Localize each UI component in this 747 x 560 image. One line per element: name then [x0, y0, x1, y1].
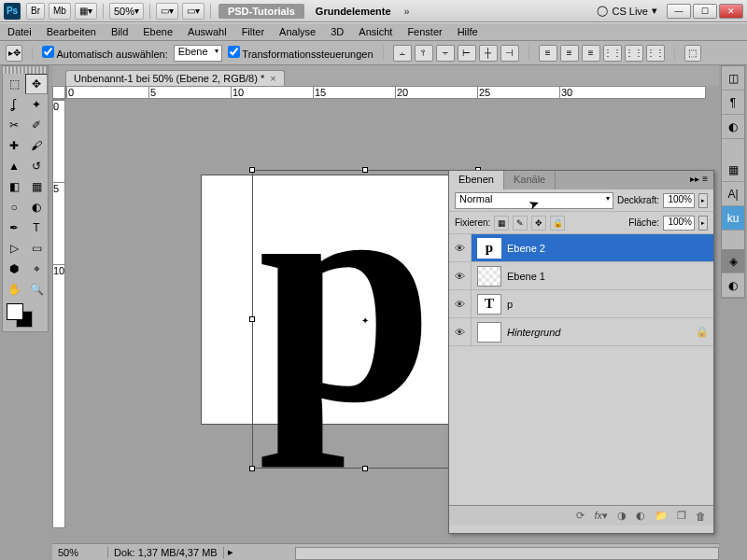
- layer-group-icon[interactable]: 📁: [655, 510, 668, 522]
- lock-transparency-icon[interactable]: ▦: [494, 216, 509, 231]
- move-tool-preset-icon[interactable]: ▸✥: [6, 45, 22, 62]
- minibridge-button[interactable]: Mb: [49, 3, 71, 20]
- cslive-label[interactable]: CS Live: [612, 6, 648, 17]
- window-minimize-button[interactable]: —: [667, 4, 691, 19]
- status-doc-info[interactable]: Dok: 1,37 MB/4,37 MB: [108, 547, 224, 558]
- layer-item[interactable]: 👁 T p: [449, 290, 713, 318]
- eraser-tool[interactable]: ◧: [3, 176, 25, 197]
- layer-name[interactable]: Ebene 1: [507, 271, 713, 282]
- handle-bot-left[interactable]: [249, 466, 255, 471]
- history-brush-tool[interactable]: ↺: [25, 156, 48, 176]
- align-bottom-icon[interactable]: ⫟: [436, 45, 455, 62]
- layer-name[interactable]: Hintergrund: [507, 327, 691, 338]
- transform-controls-checkbox[interactable]: Transformationssteuerungen: [228, 46, 374, 60]
- layout-button[interactable]: ▦▾: [75, 3, 97, 20]
- layer-item[interactable]: 👁 p Ebene 2: [449, 234, 713, 262]
- marquee-tool[interactable]: ⬚: [3, 74, 25, 94]
- window-close-button[interactable]: ✕: [719, 4, 743, 19]
- brush-tool[interactable]: 🖌: [25, 135, 48, 156]
- menu-3d[interactable]: 3D: [331, 26, 344, 37]
- visibility-toggle-icon[interactable]: 👁: [449, 234, 472, 261]
- dist-4-icon[interactable]: ⋮⋮: [603, 45, 622, 62]
- horizontal-scrollbar[interactable]: [295, 547, 719, 560]
- panel-icon-a[interactable]: ◫: [722, 66, 744, 91]
- layer-thumb[interactable]: [477, 322, 501, 343]
- layer-item[interactable]: 👁 Hintergrund 🔒: [449, 318, 713, 346]
- close-tab-icon[interactable]: ×: [270, 73, 275, 84]
- menu-ansicht[interactable]: Ansicht: [359, 26, 392, 37]
- color-swatches[interactable]: [3, 300, 48, 331]
- layer-thumb[interactable]: p: [477, 238, 501, 259]
- auto-select-dropdown[interactable]: Ebene: [174, 45, 222, 62]
- foreground-swatch[interactable]: [7, 303, 23, 320]
- stamp-tool[interactable]: ▲: [3, 156, 25, 176]
- align-left-icon[interactable]: ⊢: [458, 45, 476, 62]
- layer-fx-icon[interactable]: fx▾: [594, 510, 608, 522]
- panel-icon-g[interactable]: ◐: [722, 273, 744, 298]
- fill-input[interactable]: 100%: [663, 216, 695, 231]
- dist-2-icon[interactable]: ≡: [560, 45, 579, 62]
- magic-wand-tool[interactable]: ✦: [25, 94, 48, 115]
- dodge-tool[interactable]: ◐: [25, 197, 48, 217]
- pen-tool[interactable]: ✒: [3, 217, 25, 238]
- bridge-button[interactable]: Br: [26, 3, 45, 20]
- layer-thumb[interactable]: [477, 266, 501, 287]
- panel-icon-layers[interactable]: ◈: [722, 249, 744, 273]
- opacity-spin[interactable]: ▸: [698, 193, 708, 208]
- visibility-toggle-icon[interactable]: 👁: [449, 262, 472, 289]
- align-right-icon[interactable]: ⊣: [500, 45, 519, 62]
- lock-all-icon[interactable]: 🔒: [550, 216, 565, 231]
- panel-icon-d[interactable]: ▦: [722, 158, 744, 182]
- visibility-toggle-icon[interactable]: 👁: [449, 290, 472, 317]
- lasso-tool[interactable]: ʆ: [3, 94, 25, 115]
- zoom-tool[interactable]: 🔍: [25, 279, 48, 300]
- path-select-tool[interactable]: ▷: [3, 238, 25, 259]
- menu-filter[interactable]: Filter: [242, 26, 264, 37]
- menu-fenster[interactable]: Fenster: [407, 26, 442, 37]
- link-layers-icon[interactable]: ⟳: [576, 510, 585, 522]
- tab-kanaele[interactable]: Kanäle: [504, 171, 556, 189]
- new-layer-icon[interactable]: ❐: [677, 510, 686, 522]
- crop-tool[interactable]: ✂: [3, 115, 25, 135]
- gradient-tool[interactable]: ▦: [25, 176, 48, 197]
- layer-item[interactable]: 👁 Ebene 1: [449, 262, 713, 290]
- layer-thumb[interactable]: T: [477, 294, 501, 315]
- handle-bot-mid[interactable]: [362, 466, 368, 471]
- workspace-sub-label[interactable]: Grundelemente: [308, 4, 399, 19]
- blur-tool[interactable]: ○: [3, 197, 25, 217]
- 3d-tool[interactable]: ⬢: [3, 259, 25, 279]
- lock-pixels-icon[interactable]: ✎: [513, 216, 528, 231]
- visibility-toggle-icon[interactable]: 👁: [449, 318, 472, 345]
- panel-icon-b[interactable]: ¶: [722, 91, 744, 115]
- blend-mode-select[interactable]: Normal: [455, 192, 613, 209]
- layer-mask-icon[interactable]: ◑: [617, 510, 627, 522]
- align-hcenter-icon[interactable]: ┼: [479, 45, 498, 62]
- layer-name[interactable]: Ebene 2: [507, 243, 713, 254]
- menu-analyse[interactable]: Analyse: [279, 26, 316, 37]
- document-tab[interactable]: Unbenannt-1 bei 50% (Ebene 2, RGB/8) *×: [65, 70, 285, 86]
- shape-tool[interactable]: ▭: [25, 238, 48, 259]
- menu-bild[interactable]: Bild: [111, 26, 128, 37]
- view-extras-button[interactable]: ▭▾: [156, 3, 178, 20]
- menu-datei[interactable]: Datei: [7, 26, 32, 37]
- menu-bearbeiten[interactable]: Bearbeiten: [47, 26, 96, 37]
- status-zoom[interactable]: 50%: [52, 547, 108, 558]
- screen-mode-button[interactable]: ▭▾: [182, 3, 204, 20]
- eyedropper-tool[interactable]: ✐: [25, 115, 48, 135]
- menu-hilfe[interactable]: Hilfe: [458, 26, 478, 37]
- dist-1-icon[interactable]: ≡: [539, 45, 557, 62]
- handle-mid-left[interactable]: [249, 316, 255, 322]
- panel-icon-c[interactable]: ◐: [722, 115, 744, 139]
- auto-select-checkbox[interactable]: Automatisch auswählen:: [42, 46, 168, 60]
- opacity-input[interactable]: 100%: [663, 193, 695, 208]
- align-top-icon[interactable]: ⫠: [393, 45, 412, 62]
- align-vmid-icon[interactable]: ⫯: [415, 45, 433, 62]
- workspace-main-label[interactable]: PSD-Tutorials: [218, 4, 304, 19]
- toolbox-grip[interactable]: [3, 66, 48, 74]
- zoom-selector[interactable]: 50% ▾: [109, 3, 144, 20]
- handle-top-left[interactable]: [249, 167, 255, 173]
- type-tool[interactable]: T: [25, 217, 48, 238]
- dist-5-icon[interactable]: ⋮⋮: [625, 45, 643, 62]
- dist-3-icon[interactable]: ≡: [582, 45, 600, 62]
- handle-top-mid[interactable]: [362, 167, 368, 173]
